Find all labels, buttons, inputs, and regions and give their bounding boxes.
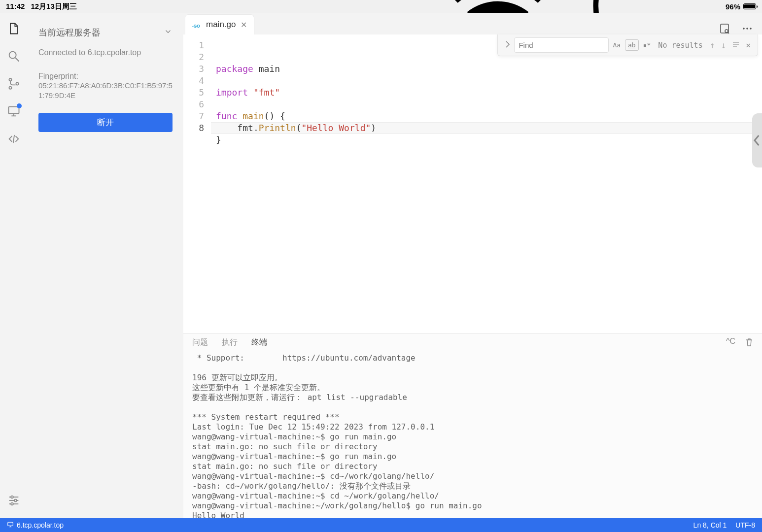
find-input[interactable]	[515, 38, 608, 52]
bottom-panel: 问题 执行 终端 ^C * Support: https://ubuntu.co…	[183, 333, 762, 518]
status-battery-pct: 96%	[726, 2, 740, 11]
activity-search-icon[interactable]	[7, 49, 21, 63]
status-cursor-pos[interactable]: Ln 8, Col 1	[693, 521, 727, 529]
svg-point-0	[9, 52, 16, 59]
side-panel-title: 当前远程服务器	[38, 27, 101, 38]
svg-point-13	[11, 503, 13, 505]
find-expand-icon[interactable]	[503, 40, 513, 50]
connected-host-line: Connected to 6.tcp.cpolar.top	[38, 48, 173, 57]
vscode-status-bar: 6.tcp.cpolar.top Ln 8, Col 1 UTF-8	[0, 518, 762, 532]
find-whole-word-icon[interactable]: ab	[625, 39, 639, 51]
editor-tab-bar: -GO main.go ✕	[183, 13, 762, 34]
panel-tab-terminal[interactable]: 终端	[251, 337, 267, 348]
panel-tab-problems[interactable]: 问题	[192, 337, 208, 348]
activity-settings-icon[interactable]	[7, 494, 21, 507]
svg-point-4	[16, 82, 18, 85]
svg-point-9	[11, 496, 13, 499]
status-remote-host[interactable]: 6.tcp.cpolar.top	[7, 521, 64, 530]
panel-ctrl-c-label[interactable]: ^C	[726, 337, 735, 348]
fingerprint-value: 05:21:86:F7:A8:A0:6D:3B:C0:F1:B5:97:51:7…	[38, 81, 173, 100]
status-remote-host-label: 6.tcp.cpolar.top	[17, 521, 64, 529]
panel-tab-bar: 问题 执行 终端 ^C	[183, 333, 762, 351]
activity-explorer-icon[interactable]	[7, 22, 21, 35]
status-encoding[interactable]: UTF-8	[735, 521, 755, 529]
activity-code-icon[interactable]	[7, 132, 21, 146]
panel-tab-run[interactable]: 执行	[222, 337, 238, 348]
toolbar-preview-icon[interactable]	[719, 23, 730, 34]
go-file-icon: -GO	[192, 22, 201, 28]
find-regex-icon[interactable]: ▪*	[641, 40, 654, 50]
tab-main-go[interactable]: -GO main.go ✕	[185, 15, 254, 34]
find-next-icon[interactable]: ↓	[719, 40, 728, 50]
find-results-label: No results	[655, 41, 705, 50]
find-prev-icon[interactable]: ↑	[708, 40, 717, 50]
activity-remote-icon[interactable]	[7, 104, 21, 118]
svg-point-11	[14, 499, 17, 502]
find-match-case-icon[interactable]: Aa	[610, 40, 623, 50]
find-close-icon[interactable]: ✕	[744, 40, 753, 50]
activity-bar	[0, 13, 28, 518]
activity-source-control-icon[interactable]	[7, 77, 21, 91]
device-status-bar: 11:42 12月13日周三 96%	[0, 0, 762, 13]
remote-host-icon	[7, 521, 14, 530]
svg-point-19	[746, 28, 748, 30]
line-gutter: 1 2 3 4 5 6 7 8	[183, 34, 211, 333]
disconnect-button[interactable]: 断开	[38, 113, 173, 132]
svg-point-18	[743, 28, 745, 30]
side-panel-header[interactable]: 当前远程服务器	[38, 27, 173, 38]
code-editor[interactable]: 1 2 3 4 5 6 7 8 package main import "fmt…	[183, 34, 762, 333]
svg-rect-15	[721, 24, 728, 33]
remote-side-panel: 当前远程服务器 Connected to 6.tcp.cpolar.top Fi…	[28, 13, 183, 518]
tab-close-icon[interactable]: ✕	[241, 20, 247, 30]
svg-point-2	[9, 78, 11, 81]
fingerprint-label: Fingerprint:	[38, 72, 173, 81]
panel-trash-icon[interactable]	[745, 337, 753, 348]
svg-point-20	[750, 28, 752, 30]
status-time: 11:42	[6, 2, 25, 11]
remote-active-badge-icon	[17, 103, 22, 108]
editor-column: -GO main.go ✕ 1 2 3 4 5 6	[183, 13, 762, 518]
find-widget: Aa ab ▪* No results ↑ ↓ ✕	[497, 34, 758, 56]
chevron-down-icon[interactable]	[164, 27, 173, 38]
terminal-output[interactable]: * Support: https://ubuntu.com/advantage …	[183, 351, 762, 518]
svg-text:-GO: -GO	[192, 24, 200, 29]
code-content[interactable]: package main import "fmt" func main() { …	[211, 34, 762, 333]
find-selection-icon[interactable]	[730, 40, 742, 50]
battery-icon	[743, 3, 756, 9]
tab-filename: main.go	[206, 20, 236, 30]
app-root: 当前远程服务器 Connected to 6.tcp.cpolar.top Fi…	[0, 13, 762, 518]
status-date: 12月13日周三	[31, 2, 76, 11]
svg-line-1	[16, 58, 19, 62]
toolbar-more-icon[interactable]	[741, 23, 753, 34]
svg-rect-24	[8, 522, 13, 526]
svg-point-3	[9, 87, 11, 89]
